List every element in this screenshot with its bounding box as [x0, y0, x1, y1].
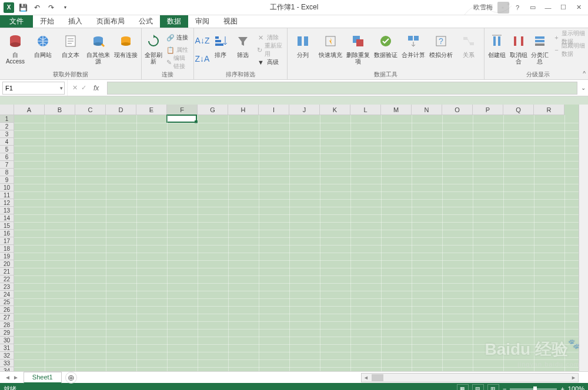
row-header[interactable]: 19 [0, 253, 14, 260]
sheet-next-icon[interactable]: ► [13, 374, 19, 381]
select-all-cells[interactable] [0, 105, 14, 115]
row-header[interactable]: 10 [0, 184, 14, 191]
normal-view-icon[interactable]: ▦ [457, 384, 469, 390]
flash-fill-button[interactable]: 快速填充 [318, 31, 343, 69]
column-header[interactable]: I [259, 105, 289, 115]
row-header[interactable]: 28 [0, 321, 14, 329]
relationships-button[interactable]: 关系 [456, 31, 482, 69]
name-box-dropdown-icon[interactable]: ▾ [60, 85, 63, 91]
row-header[interactable]: 4 [0, 138, 14, 146]
row-header[interactable]: 13 [0, 207, 14, 214]
add-sheet-icon[interactable]: ⊕ [65, 372, 77, 384]
from-text-button[interactable]: 自文本 [58, 31, 83, 69]
expand-formula-icon[interactable]: ⌄ [581, 85, 586, 91]
column-header[interactable]: L [350, 105, 381, 115]
row-header[interactable]: 1 [0, 115, 14, 123]
row-header[interactable]: 26 [0, 306, 14, 314]
column-header[interactable]: M [381, 105, 412, 115]
fx-icon[interactable]: fx [90, 84, 102, 92]
row-header[interactable]: 16 [0, 230, 14, 237]
horizontal-scrollbar[interactable]: ◄ ► [361, 373, 579, 382]
ribbon-options-icon[interactable]: ▭ [526, 2, 540, 14]
cells-area[interactable] [14, 115, 579, 375]
remove-duplicates-button[interactable]: 删除重复项 [345, 31, 371, 69]
column-header[interactable]: F [167, 105, 198, 115]
maximize-icon[interactable]: ☐ [556, 2, 570, 14]
row-header[interactable]: 9 [0, 176, 14, 184]
row-header[interactable]: 32 [0, 352, 14, 359]
row-header[interactable]: 5 [0, 146, 14, 153]
row-header[interactable]: 30 [0, 337, 14, 344]
formula-input[interactable] [107, 82, 577, 95]
column-header[interactable]: P [473, 105, 503, 115]
tab-data[interactable]: 数据 [160, 15, 188, 28]
sheet-prev-icon[interactable]: ◄ [5, 374, 11, 381]
from-other-button[interactable]: 自其他来源 [85, 31, 111, 69]
whatif-button[interactable]: ? 模拟分析 [428, 31, 454, 69]
row-header[interactable]: 23 [0, 283, 14, 291]
row-header[interactable]: 21 [0, 268, 14, 275]
collapse-ribbon-icon[interactable]: ^ [583, 70, 586, 77]
filter-button[interactable]: 筛选 [232, 31, 253, 69]
sheet-tab-active[interactable]: Sheet1 [24, 372, 62, 384]
qat-customize-icon[interactable]: ▾ [59, 1, 72, 14]
row-header[interactable]: 18 [0, 245, 14, 253]
subtotal-button[interactable]: 分类汇总 [530, 31, 550, 69]
ungroup-button[interactable]: 取消组合 [509, 31, 529, 69]
from-access-button[interactable]: 自 Access [2, 31, 28, 69]
tab-layout[interactable]: 页面布局 [89, 15, 132, 28]
tab-formula[interactable]: 公式 [132, 15, 160, 28]
row-header[interactable]: 14 [0, 214, 14, 222]
save-icon[interactable]: 💾 [16, 1, 29, 14]
column-header[interactable]: E [136, 105, 167, 115]
row-header[interactable]: 17 [0, 237, 14, 245]
connections-button[interactable]: 🔗连接 [165, 32, 191, 43]
column-header[interactable]: G [198, 105, 228, 115]
tab-home[interactable]: 开始 [33, 15, 61, 28]
column-header[interactable]: B [45, 105, 75, 115]
redo-icon[interactable]: ↷ [45, 1, 58, 14]
row-header[interactable]: 27 [0, 314, 14, 321]
row-header[interactable]: 12 [0, 199, 14, 207]
row-header[interactable]: 11 [0, 191, 14, 199]
hscroll-thumb[interactable] [372, 374, 383, 381]
from-web-button[interactable]: 自网站 [30, 31, 56, 69]
row-header[interactable]: 33 [0, 359, 14, 367]
undo-icon[interactable]: ↶ [31, 1, 44, 14]
page-break-view-icon[interactable]: ▥ [487, 384, 499, 390]
tab-file[interactable]: 文件 [0, 15, 33, 28]
page-layout-view-icon[interactable]: ▤ [472, 384, 484, 390]
user-name[interactable]: 欧雪梅 [473, 3, 493, 12]
sort-asc-button[interactable]: A↓Z [196, 32, 208, 49]
column-header[interactable]: K [320, 105, 350, 115]
tab-review[interactable]: 审阅 [188, 15, 216, 28]
column-header[interactable]: O [442, 105, 473, 115]
row-header[interactable]: 8 [0, 169, 14, 176]
zoom-out-icon[interactable]: − [503, 385, 506, 390]
column-header[interactable]: J [289, 105, 320, 115]
sort-desc-button[interactable]: Z↓A [196, 50, 208, 68]
user-avatar[interactable] [497, 2, 509, 14]
row-header[interactable]: 3 [0, 130, 14, 138]
row-header[interactable]: 6 [0, 153, 14, 161]
column-header[interactable]: C [75, 105, 106, 115]
zoom-in-icon[interactable]: + [560, 385, 564, 390]
column-header[interactable]: R [534, 105, 564, 115]
column-header[interactable]: H [228, 105, 259, 115]
name-box[interactable]: F1 ▾ [2, 82, 65, 95]
row-header[interactable]: 20 [0, 260, 14, 268]
row-header[interactable]: 24 [0, 291, 14, 298]
refresh-all-button[interactable]: 全部刷新 [144, 31, 163, 69]
column-header[interactable]: N [412, 105, 442, 115]
column-header[interactable]: A [14, 105, 45, 115]
minimize-icon[interactable]: — [541, 2, 555, 14]
column-header[interactable]: D [106, 105, 136, 115]
advanced-filter-button[interactable]: ▼高级 [255, 56, 285, 68]
excel-app-icon[interactable]: X [2, 1, 15, 14]
existing-connections-button[interactable]: 现有连接 [113, 31, 139, 69]
row-header[interactable]: 7 [0, 161, 14, 169]
row-header[interactable]: 2 [0, 123, 14, 130]
text-to-columns-button[interactable]: 分列 [290, 31, 316, 69]
vertical-scrollbar[interactable] [579, 105, 588, 371]
zoom-level[interactable]: 100% [568, 385, 584, 390]
